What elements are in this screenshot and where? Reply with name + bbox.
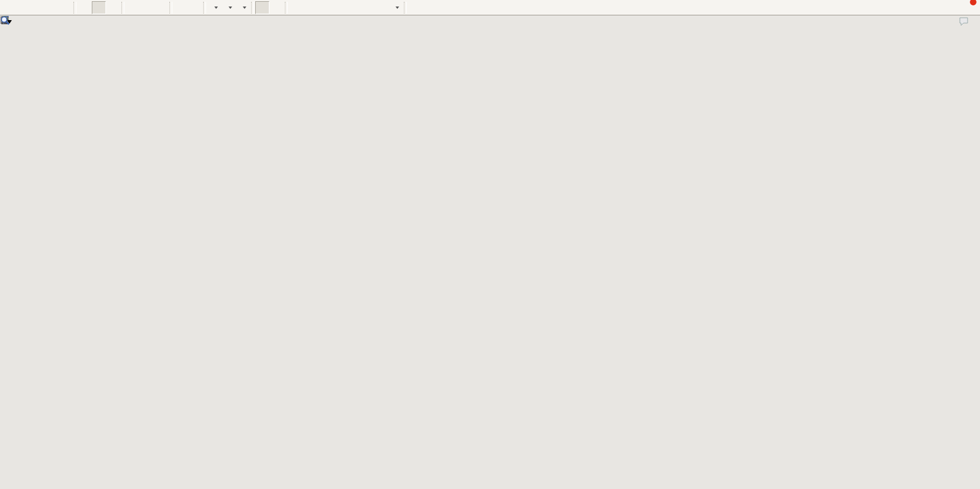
templates-button[interactable] (236, 1, 250, 14)
auto-scroll-button[interactable] (173, 1, 188, 14)
toolbar-separator (404, 2, 407, 14)
chevron-down-icon (229, 7, 232, 9)
candlestick-chart-button[interactable] (92, 1, 106, 14)
toolbar-separator (169, 2, 172, 14)
market-watch-button[interactable] (15, 1, 30, 14)
fibonacci-button[interactable]: F (346, 1, 360, 14)
periods-button[interactable] (221, 1, 236, 14)
bar-chart-button[interactable] (78, 1, 92, 14)
data-window-button[interactable] (30, 1, 44, 14)
search-button[interactable] (940, 1, 954, 14)
zoom-out-button[interactable] (140, 1, 154, 14)
arrows-button[interactable] (388, 1, 403, 14)
auto-trading-button[interactable] (58, 1, 72, 14)
strategy-tester-button[interactable] (44, 1, 58, 14)
vertical-line-button[interactable] (289, 1, 303, 14)
notification-badge (969, 0, 977, 6)
chevron-down-icon (243, 7, 246, 9)
tile-windows-button[interactable] (154, 1, 168, 14)
crosshair-button[interactable] (269, 1, 284, 14)
channel-button[interactable]: E (332, 1, 346, 14)
toolbar-separator (73, 2, 76, 14)
toolbar-separator (285, 2, 288, 14)
trendline-button[interactable] (317, 1, 332, 14)
chart-menu-icon (7, 20, 12, 24)
chevron-down-icon (396, 7, 399, 9)
chart-shift-button[interactable] (188, 1, 202, 14)
chevron-down-icon (214, 7, 218, 9)
horizontal-line-button[interactable] (303, 1, 317, 14)
zoom-in-button[interactable] (126, 1, 140, 14)
new-order-button[interactable] (1, 1, 15, 14)
cursor-button[interactable] (255, 1, 269, 14)
price-chart[interactable] (0, 15, 980, 489)
text-button[interactable]: A (360, 1, 374, 14)
line-chart-button[interactable] (106, 1, 120, 14)
new-chart-button[interactable] (207, 1, 221, 14)
text-label-button[interactable]: T (374, 1, 388, 14)
trading-terminal-window: E F A T (0, 0, 980, 489)
chart-title (7, 18, 18, 25)
toolbar: E F A T (0, 0, 980, 15)
toolbar-separator (203, 2, 206, 14)
toolbar-separator (121, 2, 124, 14)
toolbar-separator (251, 2, 254, 14)
